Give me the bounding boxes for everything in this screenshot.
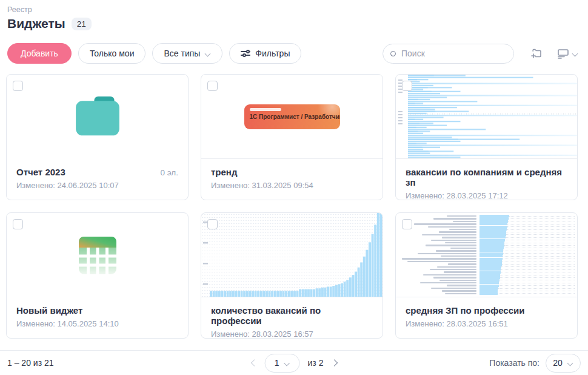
widget-modified: Изменено: 28.03.2025 16:57 — [211, 329, 373, 339]
search-icon — [390, 51, 396, 56]
widget-title: тренд — [211, 167, 237, 177]
widget-modified: Изменено: 31.03.2025 09:54 — [211, 181, 373, 190]
widget-card-trend[interactable]: 1С Программист / Разработчик... тренд Из… — [201, 74, 383, 200]
footer: 1 – 20 из 21 1 из 2 Показать по: 20 — [0, 350, 588, 375]
next-page-button[interactable] — [331, 359, 338, 367]
of-pages-label: из 2 — [308, 358, 324, 368]
widget-modified: Изменено: 14.05.2025 14:10 — [16, 319, 178, 328]
card-info: средняя ЗП по профессии Изменено: 28.03.… — [396, 297, 577, 328]
widget-card-otchet-2023[interactable]: Отчет 2023 0 эл. Изменено: 24.06.2025 10… — [6, 74, 189, 200]
show-by: Показать по: 20 — [489, 354, 581, 373]
widget-card-new-widget[interactable]: Новый виджет Изменено: 14.05.2025 14:10 — [6, 212, 189, 339]
widget-title: Новый виджет — [16, 305, 82, 316]
chevron-down-icon — [572, 50, 578, 56]
title-row: Виджеты 21 — [7, 16, 92, 31]
page-size-value: 20 — [553, 358, 563, 368]
all-types-dropdown[interactable]: Все типы — [152, 43, 222, 64]
card-info: Новый виджет Изменено: 14.05.2025 14:10 — [7, 297, 188, 328]
filters-label: Фильтры — [255, 49, 290, 58]
kpi-tag-line — [250, 108, 281, 111]
widget-card-vacancy-count-by-profession[interactable]: количество вакансий по профессии Изменен… — [201, 212, 383, 339]
card-info: Отчет 2023 0 эл. Изменено: 24.06.2025 10… — [7, 159, 188, 190]
widget-title: вакансии по компаниям и средняя зп — [406, 167, 567, 187]
widgets-grid: Отчет 2023 0 эл. Изменено: 24.06.2025 10… — [6, 74, 582, 339]
page-select[interactable]: 1 — [265, 354, 300, 373]
vbar-chart-preview — [201, 213, 383, 297]
widget-card-avg-salary-by-profession[interactable]: средняя ЗП по профессии Изменено: 28.03.… — [395, 212, 578, 339]
card-checkbox[interactable] — [207, 219, 218, 229]
chevron-down-icon — [567, 360, 573, 366]
wedge-chart-thumbnail — [396, 213, 577, 297]
card-info: количество вакансий по профессии Изменен… — [201, 297, 383, 339]
widget-modified: Изменено: 24.06.2025 10:07 — [16, 181, 178, 190]
page-size-select[interactable]: 20 — [546, 354, 581, 373]
widget-modified: Изменено: 28.03.2025 17:12 — [406, 191, 567, 200]
folder-icon — [70, 92, 125, 143]
page-title: Виджеты — [7, 16, 65, 31]
widgets-registry-page: Реестр Виджеты 21 Добавить Только мои Вс… — [0, 0, 588, 375]
all-types-label: Все типы — [164, 49, 200, 58]
range-label: 1 – 20 из 21 — [7, 358, 54, 368]
widget-modified: Изменено: 28.03.2025 16:51 — [406, 319, 567, 328]
card-info: тренд Изменено: 31.03.2025 09:54 — [201, 159, 383, 190]
show-by-label: Показать по: — [489, 358, 540, 368]
search-box[interactable] — [383, 44, 514, 64]
pager: 1 из 2 — [250, 354, 339, 373]
card-checkbox[interactable] — [13, 81, 23, 91]
prev-page-button[interactable] — [250, 359, 257, 367]
widget-title: количество вакансий по профессии — [211, 305, 373, 326]
count-badge: 21 — [72, 18, 92, 30]
card-info: вакансии по компаниям и средняя зп Измен… — [396, 159, 577, 200]
add-button[interactable]: Добавить — [7, 43, 72, 64]
widget-title: Отчет 2023 — [16, 167, 65, 177]
page-value: 1 — [275, 358, 279, 368]
folder-thumbnail — [7, 75, 188, 159]
hbar-chart-preview — [396, 75, 577, 158]
kpi-preview-chip: 1С Программист / Разработчик... — [244, 104, 340, 129]
vbar-chart-thumbnail — [201, 213, 383, 297]
wedge-chart-preview — [396, 213, 577, 297]
card-checkbox[interactable] — [402, 219, 412, 229]
search-input[interactable] — [401, 49, 506, 58]
chevron-down-icon — [205, 50, 211, 56]
filters-button[interactable]: Фильтры — [229, 43, 301, 64]
only-mine-button[interactable]: Только мои — [78, 43, 146, 64]
card-checkbox[interactable] — [207, 81, 218, 91]
table-icon — [78, 235, 118, 275]
card-checkbox[interactable] — [402, 81, 412, 91]
kpi-thumbnail: 1С Программист / Разработчик... — [201, 75, 383, 159]
table-thumbnail — [7, 213, 188, 297]
widget-title: средняя ЗП по профессии — [406, 305, 524, 316]
card-checkbox[interactable] — [13, 219, 23, 229]
widget-card-vacancies-by-company[interactable]: вакансии по компаниям и средняя зп Измен… — [395, 74, 578, 200]
add-folder-button[interactable] — [527, 45, 546, 62]
chevron-down-icon — [284, 360, 290, 366]
folder-plus-icon — [530, 47, 543, 59]
breadcrumb[interactable]: Реестр — [7, 5, 32, 14]
view-switcher-button[interactable] — [554, 45, 581, 62]
folder-items-count: 0 эл. — [161, 168, 178, 177]
kpi-preview-text: 1С Программист / Разработчик — [250, 113, 340, 120]
card-view-icon — [556, 47, 570, 59]
filter-sliders-icon — [241, 49, 250, 58]
toolbar: Добавить Только мои Все типы Фильтры — [7, 43, 581, 64]
hbar-chart-thumbnail — [396, 75, 577, 159]
